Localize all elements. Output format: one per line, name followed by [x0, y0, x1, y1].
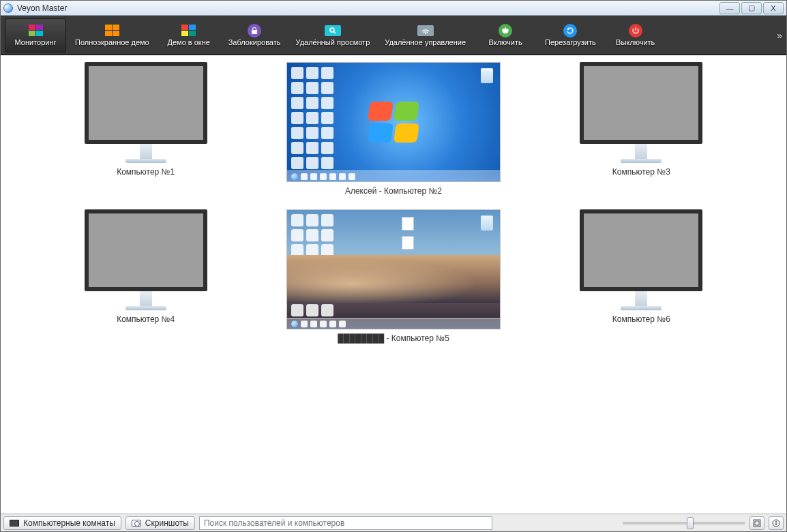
computer-tile[interactable]: Компьютер №4 — [35, 209, 256, 343]
fit-view-button[interactable] — [749, 516, 764, 530]
fullscreen-demo-button[interactable]: Полноэкранное демо — [69, 18, 155, 53]
toolbar-label: Демо в окне — [168, 38, 210, 46]
app-window: Veyon Master — ▢ X Мониторинг Полноэкран… — [0, 0, 787, 532]
computer-tile[interactable]: Компьютер №3 — [531, 62, 752, 196]
svg-point-6 — [775, 520, 777, 522]
fullscreen-demo-icon — [104, 25, 120, 37]
window-controls: — ▢ X — [719, 2, 784, 14]
zoom-slider-handle[interactable] — [687, 517, 694, 529]
power-on-button[interactable]: Включить — [475, 18, 536, 53]
remote-control-icon — [417, 25, 434, 37]
remote-view-button[interactable]: Удалённый просмотр — [290, 18, 376, 53]
toolbar-label: Выключить — [616, 38, 655, 46]
offline-monitor-icon — [85, 209, 207, 310]
monitoring-button[interactable]: Мониторинг — [5, 18, 66, 53]
info-icon — [772, 519, 780, 527]
search-input[interactable] — [199, 516, 492, 530]
fit-icon — [753, 519, 761, 527]
offline-monitor-icon — [85, 62, 207, 163]
rooms-icon — [10, 520, 19, 527]
computer-label: Компьютер №6 — [612, 314, 670, 324]
toolbar-label: Удалённое управление — [385, 38, 466, 46]
computer-label: ████████ - Компьютер №5 — [338, 334, 449, 343]
monitoring-icon — [27, 25, 44, 37]
remote-control-button[interactable]: Удалённое управление — [378, 18, 472, 53]
offline-monitor-icon — [580, 209, 702, 310]
computer-grid: Компьютер №1 Алексей - Компьютер №2 Комп… — [35, 62, 752, 343]
reboot-icon — [562, 25, 578, 37]
svg-point-2 — [425, 33, 426, 34]
screenshots-label: Скриншоты — [145, 518, 189, 528]
offline-monitor-icon — [580, 62, 702, 163]
rooms-panel-button[interactable]: Компьютерные комнаты — [3, 516, 121, 530]
computer-tile[interactable]: Алексей - Компьютер №2 — [283, 62, 503, 196]
computer-tile[interactable]: ████████ - Компьютер №5 — [283, 209, 503, 343]
minimize-button[interactable]: — — [719, 2, 740, 14]
toolbar-label: Включить — [488, 38, 522, 46]
rooms-label: Компьютерные комнаты — [23, 518, 115, 528]
maximize-button[interactable]: ▢ — [741, 2, 762, 14]
monitor-viewport: Компьютер №1 Алексей - Компьютер №2 Комп… — [1, 55, 786, 514]
computer-label: Алексей - Компьютер №2 — [345, 186, 442, 196]
close-button[interactable]: X — [763, 2, 784, 14]
toolbar-label: Перезагрузить — [545, 38, 596, 46]
windowed-demo-button[interactable]: Демо в окне — [158, 18, 220, 53]
computer-label: Компьютер №3 — [612, 167, 670, 177]
lock-button[interactable]: Заблокировать — [222, 18, 287, 53]
computer-label: Компьютер №1 — [117, 167, 175, 177]
svg-rect-7 — [775, 522, 776, 525]
power-on-icon — [497, 25, 514, 37]
toolbar-label: Полноэкранное демо — [75, 38, 149, 46]
computer-thumbnail — [286, 209, 501, 329]
power-off-icon — [627, 25, 644, 37]
lock-icon — [246, 25, 263, 37]
status-bar: Компьютерные комнаты Скриншоты — [1, 514, 786, 531]
computer-tile[interactable]: Компьютер №1 — [35, 62, 256, 196]
camera-icon — [132, 520, 141, 527]
remote-view-icon — [325, 25, 341, 37]
zoom-slider[interactable] — [623, 522, 745, 524]
reboot-button[interactable]: Перезагрузить — [539, 18, 602, 53]
windowed-demo-icon — [181, 25, 197, 37]
toolbar-label: Мониторинг — [14, 38, 56, 46]
svg-rect-4 — [755, 521, 759, 525]
svg-line-1 — [333, 31, 336, 33]
titlebar[interactable]: Veyon Master — ▢ X — [1, 1, 786, 16]
computer-tile[interactable]: Компьютер №6 — [531, 209, 752, 343]
computer-label: Компьютер №4 — [117, 314, 175, 324]
screenshots-panel-button[interactable]: Скриншоты — [125, 516, 195, 530]
info-button[interactable] — [769, 516, 784, 530]
window-title: Veyon Master — [17, 3, 719, 13]
app-icon — [3, 3, 13, 13]
toolbar-overflow-icon[interactable]: » — [777, 30, 782, 41]
power-off-button[interactable]: Выключить — [605, 18, 666, 53]
computer-thumbnail — [286, 62, 501, 182]
main-toolbar: Мониторинг Полноэкранное демо Демо в окн… — [1, 16, 786, 55]
toolbar-label: Заблокировать — [228, 38, 281, 46]
toolbar-label: Удалённый просмотр — [296, 38, 370, 46]
